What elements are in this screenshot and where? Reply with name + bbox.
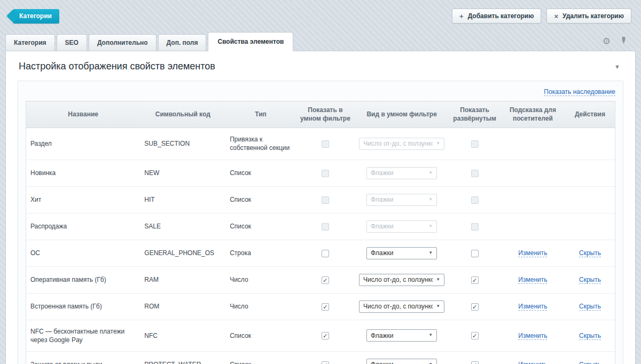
filter-view-value: Флажки [371, 360, 393, 364]
filter-view-select: Флажки▼ [366, 220, 437, 233]
properties-settings-box: Показать наследование НазваниеСимвольный… [18, 81, 623, 364]
actions-cell: Скрыть [565, 351, 615, 364]
property-name-cell: Встроенная память (Гб) [26, 293, 140, 320]
column-header: Тип [225, 101, 296, 128]
show-in-filter-checkbox [322, 170, 329, 177]
edit-hint-link[interactable]: Изменить [518, 361, 547, 364]
show-expanded-checkbox[interactable]: ✓ [471, 276, 479, 284]
show-in-filter-checkbox[interactable]: ✓ [322, 303, 329, 311]
column-header: Показать развёрнутым [449, 101, 501, 128]
collapse-section-icon[interactable]: ▼ [614, 64, 622, 70]
filter-view-select: Флажки▼ [366, 194, 437, 206]
edit-hint-link[interactable]: Изменить [518, 303, 547, 311]
property-type-cell: Список [225, 213, 296, 240]
hide-action-link[interactable]: Скрыть [579, 361, 601, 364]
hide-action-link[interactable]: Скрыть [579, 332, 601, 340]
show-expanded-cell [449, 186, 501, 213]
filter-view-select: Флажки▼ [366, 167, 437, 179]
column-header: Подсказка для посетителей [501, 101, 565, 128]
table-row: Защита от влаги и пылиPROTECT_WATERСписо… [26, 351, 615, 364]
filter-view-select[interactable]: Флажки▼ [366, 247, 437, 259]
edit-hint-link[interactable]: Изменить [518, 332, 547, 340]
back-button-categories[interactable]: Категории [13, 9, 59, 23]
property-code-cell: GENERAL_PHONE_OS [140, 240, 225, 266]
show-expanded-checkbox[interactable] [471, 250, 479, 257]
show-in-filter-checkbox[interactable]: ✓ [322, 276, 329, 284]
property-code-cell: HIT [140, 186, 225, 213]
gear-icon[interactable]: ⚙ [603, 37, 611, 46]
show-expanded-checkbox[interactable]: ✓ [471, 303, 479, 311]
property-type-cell: Число [225, 293, 296, 320]
show-in-filter-cell: ✓ [296, 293, 355, 320]
show-in-filter-cell: ✓ [296, 320, 355, 351]
filter-view-select[interactable]: Число от-до, с ползунком▼ [359, 300, 444, 313]
tab-inactive[interactable]: Дополнительно [89, 34, 157, 51]
actions-cell: Скрыть [565, 240, 615, 266]
chevron-down-icon: ▼ [428, 224, 433, 230]
toolbar-actions: + Добавить категорию × Удалить категорию [452, 9, 631, 23]
filter-view-value: Число от-до, с ползунком [363, 275, 433, 284]
tab-inactive[interactable]: Категория [5, 34, 55, 51]
delete-category-label: Удалить категорию [562, 12, 624, 20]
table-row: НовинкаNEWСписокФлажки▼ [26, 160, 615, 186]
filter-view-cell: Флажки▼ [355, 160, 449, 186]
show-in-filter-checkbox[interactable]: ✓ [322, 332, 329, 339]
filter-view-cell: Число от-до, с ползунком▼ [355, 266, 449, 293]
actions-cell [565, 160, 615, 186]
hide-action-link[interactable]: Скрыть [579, 249, 601, 257]
property-code-cell: NFC [140, 320, 225, 351]
show-expanded-cell: ✓ [449, 351, 501, 364]
edit-hint-link[interactable]: Изменить [518, 249, 547, 257]
filter-view-value: Флажки [371, 222, 393, 231]
add-category-label: Добавить категорию [468, 12, 534, 20]
filter-view-select[interactable]: Флажки▼ [366, 359, 437, 364]
property-name-cell: Оперативная память (Гб) [26, 266, 140, 293]
show-in-filter-cell [296, 240, 355, 266]
show-in-filter-checkbox [322, 223, 329, 231]
show-expanded-cell [449, 128, 501, 160]
filter-view-value: Число от-до, с ползунком [363, 139, 433, 148]
add-category-button[interactable]: + Добавить категорию [452, 9, 541, 23]
column-header: Символьный код [140, 101, 225, 128]
show-in-filter-cell [296, 128, 355, 160]
table-header-row: НазваниеСимвольный кодТипПоказать в умно… [26, 101, 615, 128]
table-row: Оперативная память (Гб)RAMЧисло✓Число от… [26, 266, 615, 293]
tab-inactive[interactable]: Доп. поля [158, 34, 207, 51]
filter-view-cell: Флажки▼ [355, 186, 449, 213]
show-expanded-checkbox[interactable]: ✓ [471, 361, 479, 364]
show-in-filter-cell [296, 186, 355, 213]
delete-category-button[interactable]: × Удалить категорию [546, 9, 631, 23]
tab-inactive[interactable]: SEO [57, 34, 87, 51]
hide-action-link[interactable]: Скрыть [579, 303, 601, 311]
property-name-cell: Раздел [26, 128, 140, 160]
visitor-hint-cell [501, 160, 565, 186]
filter-view-select[interactable]: Флажки▼ [366, 329, 437, 342]
property-code-cell: NEW [140, 160, 225, 186]
show-in-filter-checkbox [322, 140, 329, 148]
filter-view-cell: Флажки▼ [355, 351, 449, 364]
properties-table: НазваниеСимвольный кодТипПоказать в умно… [26, 101, 615, 364]
filter-view-cell: Число от-до, с ползунком▼ [355, 293, 449, 320]
property-type-cell: Строка [225, 240, 296, 266]
chevron-down-icon: ▼ [428, 197, 433, 203]
property-code-cell: SUB_SECTION [140, 128, 225, 160]
tab-active[interactable]: Свойства элементов [208, 32, 293, 51]
show-in-filter-checkbox[interactable] [322, 250, 329, 257]
show-inheritance-link[interactable]: Показать наследование [544, 88, 615, 96]
visitor-hint-cell [501, 128, 565, 160]
pin-icon[interactable] [620, 36, 627, 46]
show-expanded-checkbox [471, 170, 479, 177]
chevron-down-icon: ▼ [428, 170, 433, 176]
edit-hint-link[interactable]: Изменить [518, 276, 547, 284]
table-row: РазделSUB_SECTIONПривязка к собственной … [26, 128, 615, 160]
show-in-filter-checkbox [322, 196, 329, 204]
show-expanded-checkbox[interactable]: ✓ [471, 332, 479, 339]
plus-icon: + [459, 13, 464, 20]
main-panel: Настройка отображения свойств элементов … [5, 51, 636, 364]
hide-action-link[interactable]: Скрыть [579, 276, 601, 284]
property-type-cell: Список [225, 320, 296, 351]
show-expanded-checkbox [471, 223, 479, 231]
filter-view-select[interactable]: Число от-до, с ползунком▼ [359, 274, 444, 286]
actions-cell: Скрыть [565, 266, 615, 293]
show-in-filter-checkbox[interactable]: ✓ [322, 361, 329, 364]
